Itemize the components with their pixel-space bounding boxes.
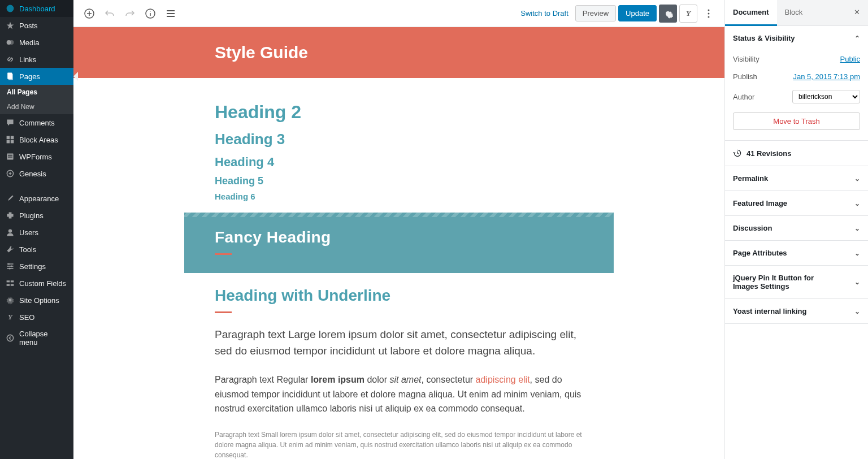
sidebar-item-media[interactable]: Media: [0, 34, 73, 51]
sidebar-item-dashboard[interactable]: Dashboard: [0, 0, 73, 17]
paragraph-regular-block[interactable]: Paragraph text Regular lorem ipsum dolor…: [215, 373, 583, 416]
sidebar-item-label: Plugins: [19, 211, 44, 220]
heading-2-block[interactable]: Heading 2: [215, 102, 583, 123]
seo-icon: Y: [6, 313, 15, 322]
fancy-heading-text: Fancy Heading: [215, 228, 583, 246]
settings-icon: [6, 262, 15, 271]
settings-tabs: Document Block ✕: [725, 0, 868, 26]
author-select[interactable]: billerickson: [792, 90, 860, 103]
paragraph-large-block[interactable]: Paragraph text Large lorem ipsum dolor s…: [215, 327, 583, 359]
outline-button[interactable]: [162, 5, 180, 23]
settings-toggle-button[interactable]: [659, 5, 677, 23]
sidebar-item-label: Collapse menu: [19, 330, 68, 347]
add-block-button[interactable]: [80, 5, 98, 23]
svg-rect-19: [7, 280, 10, 282]
publish-value[interactable]: Jan 5, 2015 7:13 pm: [793, 72, 860, 81]
dashboard-icon: [6, 4, 15, 13]
genesis-icon: [6, 169, 15, 178]
svg-rect-3: [8, 73, 13, 80]
paragraph-small-block[interactable]: Paragraph text Small lorem ipsum dolor s…: [215, 430, 583, 459]
svg-point-24: [7, 335, 13, 341]
fancy-heading-block[interactable]: Fancy Heading: [184, 213, 614, 273]
svg-rect-22: [11, 284, 14, 286]
panel-title: jQuery Pin It Button for Images Settings: [733, 274, 840, 291]
info-button[interactable]: [141, 5, 159, 23]
svg-point-30: [708, 9, 710, 11]
sidebar-item-users[interactable]: Users: [0, 224, 73, 241]
heading-5-block[interactable]: Heading 5: [215, 175, 583, 187]
user-icon: [6, 228, 15, 237]
permalink-toggle[interactable]: Permalink⌄: [725, 166, 868, 190]
sidebar-item-block-areas[interactable]: Block Areas: [0, 131, 73, 148]
heading-3-block[interactable]: Heading 3: [215, 131, 583, 148]
svg-point-31: [708, 12, 710, 14]
switch-to-draft-link[interactable]: Switch to Draft: [516, 9, 573, 18]
status-visibility-toggle[interactable]: Status & Visibility⌃: [725, 26, 868, 50]
tab-document[interactable]: Document: [725, 0, 777, 26]
chevron-down-icon: ⌄: [854, 308, 860, 315]
sidebar-item-plugins[interactable]: Plugins: [0, 207, 73, 224]
visibility-value[interactable]: Public: [840, 55, 860, 63]
redo-button[interactable]: [121, 5, 139, 23]
close-settings-button[interactable]: ✕: [846, 0, 868, 25]
link-icon: [6, 55, 15, 64]
gear-icon: [6, 296, 15, 305]
pin-icon: [6, 21, 15, 30]
discussion-toggle[interactable]: Discussion⌄: [725, 216, 868, 240]
sidebar-sub-add-new[interactable]: Add New: [0, 99, 73, 114]
yoast-button[interactable]: Y: [679, 5, 697, 23]
text: dolor: [364, 375, 389, 384]
heading-6-block[interactable]: Heading 6: [215, 192, 583, 201]
tab-block[interactable]: Block: [777, 0, 811, 25]
sidebar-item-label: WPForms: [19, 153, 52, 161]
move-to-trash-button[interactable]: Move to Trash: [733, 112, 860, 130]
revisions-row[interactable]: 41 Revisions: [725, 141, 868, 166]
sidebar-item-label: Genesis: [19, 170, 46, 178]
heading-4-block[interactable]: Heading 4: [215, 155, 583, 170]
jquery-pin-toggle[interactable]: jQuery Pin It Button for Images Settings…: [725, 266, 868, 298]
page-title[interactable]: Style Guide: [215, 43, 583, 62]
plugin-icon: [6, 211, 15, 220]
yoast-linking-toggle[interactable]: Yoast internal linking⌄: [725, 299, 868, 323]
sidebar-item-links[interactable]: Links: [0, 51, 73, 68]
chevron-down-icon: ⌄: [854, 224, 860, 232]
sidebar-item-site-options[interactable]: Site Options: [0, 292, 73, 309]
media-icon: [6, 38, 15, 47]
underline-heading-block[interactable]: Heading with Underline: [215, 287, 583, 305]
sidebar-item-tools[interactable]: Tools: [0, 241, 73, 258]
comment-icon: [6, 118, 15, 127]
sidebar-item-seo[interactable]: YSEO: [0, 309, 73, 326]
settings-sidebar: Document Block ✕ Status & Visibility⌃ Vi…: [724, 0, 868, 459]
more-menu-button[interactable]: [700, 5, 718, 23]
preview-button[interactable]: Preview: [575, 5, 616, 21]
page-attributes-toggle[interactable]: Page Attributes⌄: [725, 241, 868, 265]
sidebar-item-genesis[interactable]: Genesis: [0, 165, 73, 182]
sidebar-item-label: Links: [19, 55, 36, 64]
content-area: Heading 2 Heading 3 Heading 4 Heading 5 …: [184, 78, 614, 459]
sidebar-item-label: Posts: [19, 21, 38, 30]
sidebar-item-posts[interactable]: Posts: [0, 17, 73, 34]
form-icon: [6, 152, 15, 161]
undo-button[interactable]: [101, 5, 119, 23]
svg-rect-4: [7, 136, 10, 140]
sidebar-item-custom-fields[interactable]: Custom Fields: [0, 275, 73, 292]
sidebar-item-comments[interactable]: Comments: [0, 114, 73, 131]
featured-image-toggle[interactable]: Featured Image⌄: [725, 191, 868, 215]
svg-point-32: [708, 16, 710, 18]
sidebar-item-pages[interactable]: Pages: [0, 68, 73, 85]
svg-rect-21: [7, 284, 10, 286]
chevron-up-icon: ⌃: [854, 34, 860, 42]
inline-link[interactable]: adipiscing elit: [476, 375, 530, 384]
editor-canvas[interactable]: Style Guide Heading 2 Heading 3 Heading …: [73, 27, 724, 459]
chevron-down-icon: ⌄: [854, 249, 860, 257]
collapse-icon: [6, 334, 15, 343]
sidebar-item-label: Comments: [19, 119, 55, 127]
sidebar-item-appearance[interactable]: Appearance: [0, 190, 73, 207]
fields-icon: [6, 279, 15, 288]
sidebar-item-settings[interactable]: Settings: [0, 258, 73, 275]
sidebar-sub-all-pages[interactable]: All Pages: [0, 85, 73, 99]
brush-icon: [6, 194, 15, 203]
update-button[interactable]: Update: [618, 5, 657, 21]
sidebar-item-collapse[interactable]: Collapse menu: [0, 326, 73, 350]
sidebar-item-wpforms[interactable]: WPForms: [0, 148, 73, 165]
